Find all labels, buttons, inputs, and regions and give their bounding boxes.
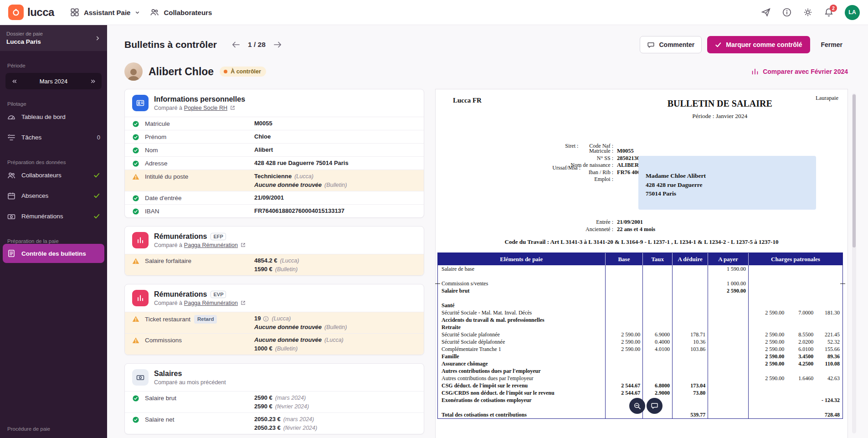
lucca-logo[interactable]: lucca — [8, 5, 54, 20]
warning-icon — [132, 258, 139, 265]
next-period-button[interactable] — [84, 73, 102, 89]
id-card-icon — [132, 95, 149, 111]
payslip-table-header: Eléments de paie Base Taux A déduire A p… — [438, 253, 842, 265]
compare-link-label: Comparer avec Février 2024 — [763, 68, 848, 75]
gear-icon[interactable] — [803, 7, 813, 17]
lucca-logo-icon — [8, 5, 24, 20]
app-switcher-assistant-paie[interactable]: Assistant Paie — [65, 0, 145, 25]
comparison-row: Salaire net 2050.23 € ( — [125, 412, 424, 434]
cell-charges-patronales: 2 590.00 2.0200 52.32 — [749, 338, 842, 345]
cell-label: Salaire brut — [438, 287, 606, 294]
sidebar-item-taches[interactable]: Tâches 0 — [0, 127, 107, 148]
sidebar-item-collaborateurs[interactable]: Collaborateurs — [0, 165, 107, 186]
close-button[interactable]: Fermer — [816, 36, 848, 53]
pagga-remuneration-link[interactable]: Pagga Rémunération — [184, 242, 238, 248]
row-value: Chloe — [254, 133, 271, 140]
cell-a-deduire — [673, 316, 708, 324]
compare-previous-month-link[interactable]: Comparer avec Février 2024 — [751, 67, 848, 76]
prev-period-button[interactable] — [5, 73, 23, 89]
sidebar-item-controle-bulletins[interactable]: Contrôle des bulletins — [3, 244, 104, 263]
cell-a-payer — [708, 338, 749, 345]
periode-label: Période — [0, 63, 107, 68]
comment-tool-button[interactable] — [647, 398, 663, 414]
cell-cp-base: 2 590.00 — [749, 361, 786, 367]
header-base: Base — [606, 253, 643, 265]
prev-bulletin-button[interactable] — [230, 38, 242, 51]
cell-a-payer — [708, 404, 749, 411]
cell-charges-patronales: 2 590.00 7.0000 181.30 — [749, 309, 842, 316]
cell-a-payer: 1 590.00 — [708, 265, 749, 273]
comparison-row: Ticket restaurant Retard 19 — [125, 312, 424, 333]
bell-icon[interactable]: 2 — [824, 7, 834, 17]
payslip-table-row: Retraite — [438, 324, 842, 331]
row-source: (Lucca) — [272, 315, 291, 322]
cell-base — [606, 309, 643, 316]
payslip-table-row: Salaire de base 1 590.00 — [438, 265, 842, 273]
sidebar-item-label: Rémunérations — [21, 213, 63, 220]
nav-collaborateurs[interactable]: Collaborateurs — [145, 0, 216, 25]
sidebar-item-remunerations[interactable]: Rémunérations — [0, 206, 107, 227]
row-value-line: Aucune donnée trouvée (Bulletin) — [254, 324, 416, 331]
payslip-field-value: M0055 — [617, 148, 634, 154]
row-value-line: 19 (Lucca) — [254, 315, 416, 322]
cell-a-payer: 1 000.00 — [708, 280, 749, 287]
row-badge: Retard — [194, 315, 217, 324]
row-value: Aucune donnée trouvée — [254, 324, 322, 331]
header-charges-patronales: Charges patronales — [749, 253, 842, 265]
cell-a-payer: 2 590.00 — [708, 287, 749, 294]
row-source: (Lucca) — [280, 257, 299, 264]
row-status — [132, 195, 140, 202]
next-bulletin-button[interactable] — [271, 38, 284, 51]
row-value-line: 4854.2 € (Lucca) — [254, 257, 416, 264]
payslip-field-value: 22 ans et 4 mois — [617, 226, 655, 232]
cell-label: Sécurité Sociale - Mal. Mat. Inval. Décè… — [438, 309, 606, 316]
comment-button[interactable]: Commenter — [640, 36, 702, 53]
dossier-selector[interactable]: Dossier de paie Lucca Paris — [0, 25, 107, 51]
row-source: (Lucca) — [294, 173, 313, 180]
user-avatar[interactable]: LA — [845, 5, 860, 20]
payslip-field-label: N° SS : — [454, 155, 613, 162]
payslip-code-travail: Code du Travail : Art L 3141-3 à L 3141-… — [436, 238, 847, 246]
cell-a-payer — [708, 324, 749, 331]
cell-cp-taux: 3.4500 — [786, 353, 815, 360]
cell-cp-base: 2 590.00 — [749, 346, 786, 353]
cell-cp-montant: 89.36 — [815, 353, 842, 360]
info-icon[interactable] — [782, 7, 792, 17]
row-source: (Bulletin) — [275, 266, 298, 273]
poplee-socle-rh-link[interactable]: Poplee Socle RH — [184, 105, 227, 111]
cell-base — [606, 302, 643, 309]
card-title: Salaires — [154, 370, 182, 378]
cell-charges-patronales: - 124.32 — [749, 397, 842, 404]
sidebar-item-tableau-de-bord[interactable]: Tableau de bord — [0, 107, 107, 127]
cell-label: Exonérations de cotisations employeur — [438, 397, 606, 404]
cell-charges-patronales: 2 590.00 3.4500 89.36 — [749, 353, 842, 360]
row-value: 1000 € — [254, 345, 272, 352]
sidebar-item-absences[interactable]: Absences — [0, 186, 107, 206]
cell-label: Santé — [438, 302, 606, 309]
announcement-icon[interactable] — [761, 7, 771, 17]
dossier-name: Lucca Paris — [6, 38, 94, 45]
cell-label: Assurance chômage — [438, 360, 606, 367]
comment-icon — [647, 41, 655, 49]
cell-a-deduire — [673, 294, 708, 302]
cell-a-payer — [708, 316, 749, 324]
payslip-table-row: Sécurité Sociale déplafonnée 2 590.00 0.… — [438, 338, 842, 345]
mark-controlled-button[interactable]: Marquer comme contrôlé — [707, 36, 810, 53]
sidebar-item-label: Tableau de bord — [21, 113, 66, 120]
cell-base — [606, 273, 643, 280]
cell-a-deduire — [673, 287, 708, 294]
pagga-remuneration-link[interactable]: Pagga Rémunération — [184, 300, 238, 306]
info-icon[interactable] — [263, 316, 269, 322]
zoom-out-button[interactable] — [629, 398, 645, 414]
payslip-address-line: Madame Chloe Alibert — [646, 171, 816, 180]
row-label: Salaire net — [145, 416, 175, 423]
check-circle-icon — [132, 195, 139, 202]
row-value: Aucune donnée trouvée — [254, 336, 322, 344]
cell-a-payer — [708, 360, 749, 367]
scrollbar-thumb[interactable] — [853, 94, 856, 247]
cell-label: Accidents du travail & mal. professionne… — [438, 316, 606, 324]
cell-base — [606, 287, 643, 294]
payslip-field-label: Nom de naissance : — [454, 162, 613, 169]
comparison-row: Prénom Chloe — [125, 130, 424, 143]
row-value-line: 428 428 rue Daguerre 75014 Paris — [254, 160, 416, 167]
